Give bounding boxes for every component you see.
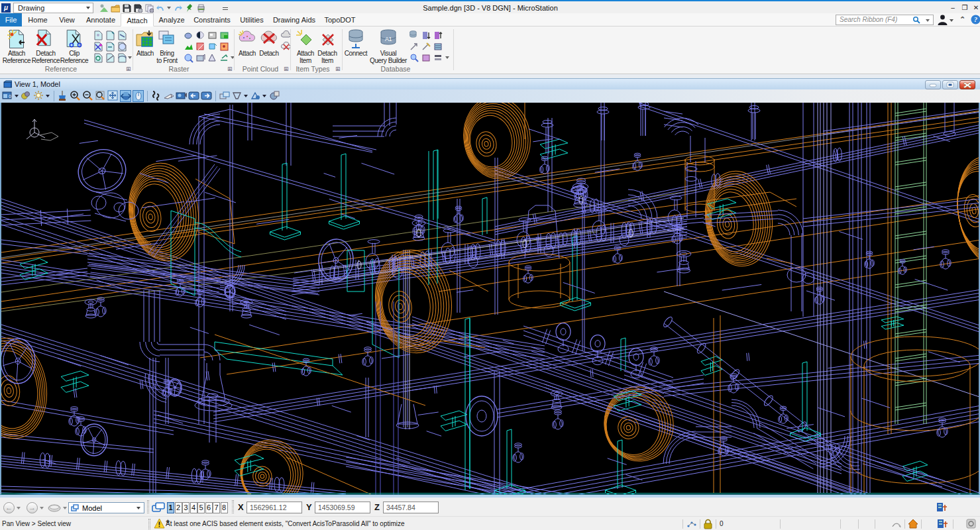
svg-text:0: 0 — [9, 94, 11, 99]
svg-text:?: ? — [974, 16, 977, 23]
svg-text:A1: A1 — [385, 36, 392, 42]
